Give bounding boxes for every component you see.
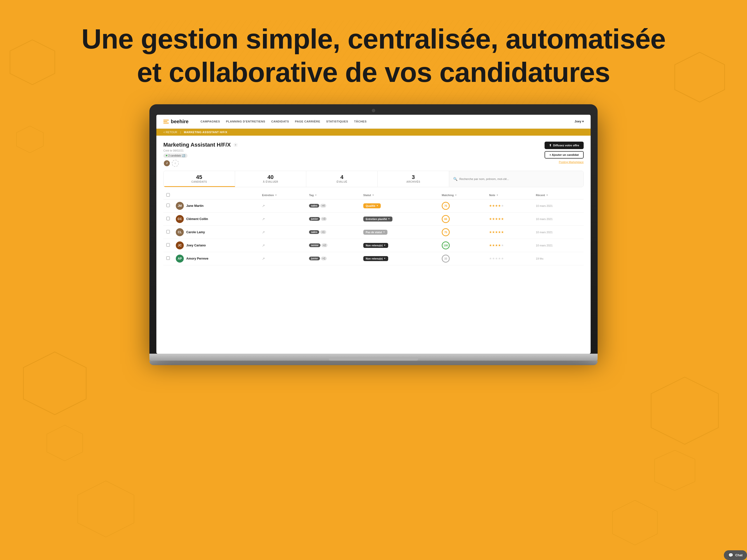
stat-evalue[interactable]: 4 ÉVALUÉ (306, 171, 378, 187)
row-checkbox-0[interactable] (166, 204, 170, 207)
candidate-cell-1: CC Clément Collin (176, 215, 256, 223)
row-checkbox-1[interactable] (166, 217, 170, 220)
tag-extra-1[interactable]: +3 (321, 217, 327, 221)
tag-main-2[interactable]: sales (309, 230, 319, 234)
tag-group-4: junior +1 (309, 257, 357, 260)
stars-2: ★★★★★ (489, 230, 530, 234)
candidate-name-4[interactable]: Amory Perreve (186, 257, 208, 260)
nav-item-candidats[interactable]: CANDIDATS (271, 120, 289, 123)
th-name (173, 191, 259, 199)
tag-pill: 2 candidats 🔄 (163, 154, 187, 158)
score-circle-2: 75 (442, 228, 450, 236)
nav-user[interactable]: Joey ▾ (574, 120, 584, 123)
svg-marker-6 (654, 450, 695, 490)
date-cell-2: 10 mars 2021 (536, 231, 581, 234)
send-icon-4[interactable]: ↗ (262, 257, 265, 261)
stat-label-0: CANDIDATS (168, 181, 231, 183)
send-icon-2[interactable]: ↗ (262, 230, 265, 234)
date-cell-1: 10 mars 2021 (536, 217, 581, 220)
tag-main-1[interactable]: junior (309, 217, 320, 221)
stat-number-1: 40 (239, 174, 302, 181)
nav-item-page-carriere[interactable]: PAGE CARRIÈRE (295, 120, 320, 123)
candidate-name-3[interactable]: Joey Cariano (186, 244, 206, 247)
th-recent[interactable]: Récent ▼ (533, 191, 584, 199)
diffuse-button[interactable]: ⬆ Diffusez votre offre (545, 142, 584, 149)
breadcrumb-back[interactable]: < RETOUR (163, 131, 177, 134)
stars-3: ★★★★★ (489, 243, 530, 247)
created-date: Créé le 08/02/21 (163, 149, 238, 152)
candidate-name-0[interactable]: Jane Martin (186, 204, 203, 208)
table-row: JC Joey Cariano ↗ senior +2 Non retenu(e… (163, 239, 584, 252)
chat-button[interactable]: 💬 Chat (724, 550, 747, 560)
select-all-checkbox[interactable] (166, 193, 170, 196)
row-checkbox-2[interactable] (166, 230, 170, 234)
nav-item-statistiques[interactable]: STATISTIQUES (326, 120, 348, 123)
add-candidate-button[interactable]: + Ajouter un candidat (545, 151, 584, 159)
search-input[interactable] (459, 178, 579, 181)
row-checkbox-3[interactable] (166, 243, 170, 247)
gear-icon[interactable] (233, 142, 238, 147)
table-container: Entretien ▼ Tag ▼ (163, 191, 584, 265)
nav-logo: beehire (163, 119, 188, 125)
status-badge-0[interactable]: Qualifié ▼ (363, 203, 381, 208)
deco-hexagon-bottom-left2 (45, 423, 85, 463)
candidate-name-2[interactable]: Carole Lamy (186, 231, 205, 234)
th-tag[interactable]: Tag ▼ (306, 191, 360, 199)
table-header-row: Entretien ▼ Tag ▼ (163, 191, 584, 199)
heading-line2: et collaborative de vos candidatures (0, 56, 747, 89)
logo-line-3 (163, 123, 169, 124)
tag-main-0[interactable]: sales (309, 204, 319, 208)
tag-extra-2[interactable]: +1 (320, 230, 326, 234)
status-badge-4[interactable]: Non retenu(e) ▼ (363, 256, 388, 261)
breadcrumb-separator: | (180, 131, 181, 134)
nav-item-campagnes[interactable]: CAMPAGNES (201, 120, 220, 123)
status-badge-3[interactable]: Non retenu(e) ▼ (363, 243, 388, 248)
th-entretien[interactable]: Entretien ▼ (259, 191, 306, 199)
deco-hexagon-right2 (647, 373, 722, 448)
content-area: Marketing Assistant H/F/X Créé le 08/02/… (156, 136, 591, 354)
nav-item-planning[interactable]: PLANNING D'ENTRETIENS (226, 120, 265, 123)
stat-number-0: 45 (168, 174, 231, 181)
tag-extra-3[interactable]: +2 (321, 243, 327, 247)
th-statut[interactable]: Statut ▼ (360, 191, 439, 199)
hero-heading: Une gestion simple, centralisée, automat… (0, 0, 747, 104)
candidate-cell-2: CL Carole Lamy (176, 228, 256, 236)
laptop-body: beehire CAMPAGNES PLANNING D'ENTRETIENS … (149, 104, 598, 354)
tag-main-3[interactable]: senior (309, 243, 320, 247)
row-checkbox-4[interactable] (166, 256, 170, 260)
page-header-left: Marketing Assistant H/F/X Créé le 08/02/… (163, 142, 238, 167)
page-header-right: ⬆ Diffusez votre offre + Ajouter un cand… (545, 142, 584, 163)
tag-extra-0[interactable]: +4 (320, 204, 326, 208)
stat-a-evaluer[interactable]: 40 À ÉVALUER (235, 171, 307, 187)
send-icon-1[interactable]: ↗ (262, 217, 265, 221)
tag-main-4[interactable]: junior (309, 257, 320, 260)
status-badge-2[interactable]: Pas de statut ▼ (363, 230, 387, 235)
nav-item-taches[interactable]: TÂCHES (354, 120, 366, 123)
tag-extra-4[interactable]: +1 (321, 257, 327, 260)
th-matching[interactable]: Matching ▼ (439, 191, 486, 199)
avatar-1: J (163, 160, 170, 167)
tag-dot (166, 155, 167, 156)
stat-label-1: À ÉVALUER (239, 181, 302, 183)
candidate-avatar-3: JC (176, 241, 184, 249)
candidate-name-1[interactable]: Clément Collin (186, 217, 208, 221)
send-icon-3[interactable]: ↗ (262, 243, 265, 247)
table-row: JM Jane Martin ↗ sales +4 Qualifié ▼ 75 (163, 199, 584, 212)
breadcrumb-bar: < RETOUR | MARKETING ASSISTANT H/F/X (156, 129, 591, 136)
navbar: beehire CAMPAGNES PLANNING D'ENTRETIENS … (156, 115, 591, 129)
nav-items: CAMPAGNES PLANNING D'ENTRETIENS CANDIDAT… (201, 120, 566, 123)
stat-archives[interactable]: 3 ARCHIVÉS (378, 171, 449, 187)
laptop-wrapper: beehire CAMPAGNES PLANNING D'ENTRETIENS … (0, 104, 747, 365)
th-note[interactable]: Note ▼ (486, 191, 533, 199)
candidates-table: Entretien ▼ Tag ▼ (163, 191, 584, 265)
laptop-screen: beehire CAMPAGNES PLANNING D'ENTRETIENS … (156, 115, 591, 354)
stat-candidats[interactable]: 45 CANDIDATS (163, 171, 235, 187)
svg-point-11 (235, 144, 236, 145)
stars-1: ★★★★★ (489, 217, 530, 221)
stat-label-2: ÉVALUÉ (310, 181, 374, 183)
avatar-add[interactable]: + (172, 160, 179, 167)
score-circle-4: 33 (442, 255, 450, 263)
marketplace-link[interactable]: Posting Marketplace (559, 161, 584, 163)
status-badge-1[interactable]: Entretien planifié ▼ (363, 216, 392, 221)
send-icon-0[interactable]: ↗ (262, 204, 265, 208)
